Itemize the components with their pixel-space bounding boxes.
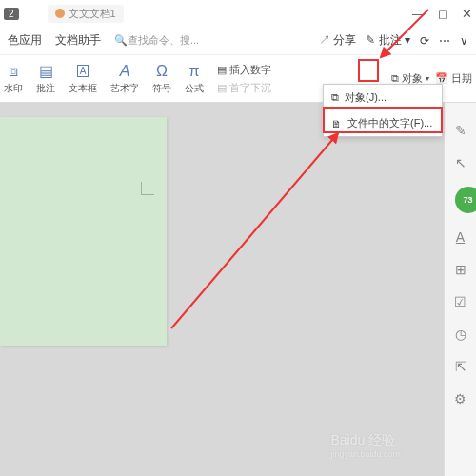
symbol-icon: Ω bbox=[152, 63, 171, 80]
pencil-icon[interactable]: ✎ bbox=[452, 122, 469, 139]
more-icon[interactable]: ⋯ bbox=[439, 34, 450, 48]
document-dot-icon bbox=[55, 9, 65, 18]
checkbox-icon[interactable]: ☑ bbox=[452, 293, 469, 310]
annotate-button[interactable]: ✎ 批注 ▾ bbox=[366, 32, 410, 49]
document-canvas[interactable] bbox=[0, 103, 444, 476]
formula-icon: π bbox=[185, 63, 204, 80]
share-button[interactable]: ↗ 分享 bbox=[319, 32, 356, 49]
clock-icon[interactable]: ◷ bbox=[452, 326, 469, 343]
wordart-tool[interactable]: A 艺术字 bbox=[110, 63, 139, 95]
document-tab[interactable]: 文文文档1 bbox=[48, 5, 124, 23]
margin-marker bbox=[141, 182, 154, 195]
search-icon: 🔍 bbox=[114, 34, 128, 47]
minimize-button[interactable]: — bbox=[412, 7, 425, 21]
title-bar: 2 文文文档1 — ◻ ✕ bbox=[0, 0, 476, 27]
dropcap-icon: ▤ bbox=[217, 82, 227, 94]
dropdown-object-item[interactable]: ⧉ 对象(J)... bbox=[324, 85, 442, 110]
menu-doc-helper[interactable]: 文档助手 bbox=[55, 32, 101, 49]
maximize-button[interactable]: ◻ bbox=[438, 7, 448, 21]
textbox-tool[interactable]: A 文本框 bbox=[69, 63, 97, 95]
document-page[interactable] bbox=[0, 117, 167, 346]
gear-icon[interactable]: ⚙ bbox=[452, 390, 469, 407]
dropdown-text-from-file-item[interactable]: 🗎 文件中的文字(F)... bbox=[324, 110, 442, 136]
window-controls: — ◻ ✕ bbox=[412, 7, 472, 21]
search-box[interactable]: 🔍 查找命令、搜... bbox=[114, 33, 199, 48]
comment-icon: ▤ bbox=[36, 63, 55, 80]
close-button[interactable]: ✕ bbox=[462, 7, 472, 21]
textbox-icon: A bbox=[73, 63, 92, 80]
file-text-icon: 🗎 bbox=[331, 118, 342, 129]
dropcap-tool[interactable]: ▤ 首字下沉 bbox=[217, 81, 271, 95]
score-badge[interactable]: 73 bbox=[455, 187, 477, 213]
wordart-icon: A bbox=[115, 63, 134, 80]
object-dropdown-menu: ⧉ 对象(J)... 🗎 文件中的文字(F)... bbox=[323, 84, 443, 137]
chevron-down-icon: ▾ bbox=[426, 74, 429, 83]
search-placeholder: 查找命令、搜... bbox=[128, 33, 199, 48]
document-name: 文文文档1 bbox=[69, 7, 116, 21]
insert-number-tool[interactable]: ▤ 插入数字 bbox=[217, 63, 271, 77]
share-icon[interactable]: ⇱ bbox=[452, 358, 469, 375]
menu-bar: 色应用 文档助手 🔍 查找命令、搜... ↗ 分享 ✎ 批注 ▾ ⟳ ⋯ ∨ bbox=[0, 27, 476, 55]
watermark-icon: ⧈ bbox=[4, 63, 23, 80]
collapse-icon[interactable]: ∨ bbox=[460, 34, 468, 48]
number-icon: ▤ bbox=[217, 64, 227, 76]
symbol-tool[interactable]: Ω 符号 bbox=[152, 63, 171, 95]
right-sidebar: ✎ ↖ 73 A ⊞ ☑ ◷ ⇱ ⚙ bbox=[444, 103, 476, 476]
text-style-icon[interactable]: A bbox=[452, 228, 469, 246]
grid-icon[interactable]: ⊞ bbox=[452, 261, 469, 278]
watermark-tool[interactable]: ⧈ 水印 bbox=[4, 63, 23, 95]
sync-icon[interactable]: ⟳ bbox=[420, 34, 429, 48]
formula-tool[interactable]: π 公式 bbox=[185, 63, 204, 95]
watermark: Baidu 经验 jingyan.baidu.com bbox=[330, 432, 400, 459]
tab-count-badge: 2 bbox=[4, 8, 19, 20]
cursor-icon[interactable]: ↖ bbox=[452, 154, 469, 171]
object-menu-icon: ⧉ bbox=[331, 91, 339, 104]
menu-color-app[interactable]: 色应用 bbox=[8, 32, 42, 49]
comment-tool[interactable]: ▤ 批注 bbox=[36, 63, 55, 95]
